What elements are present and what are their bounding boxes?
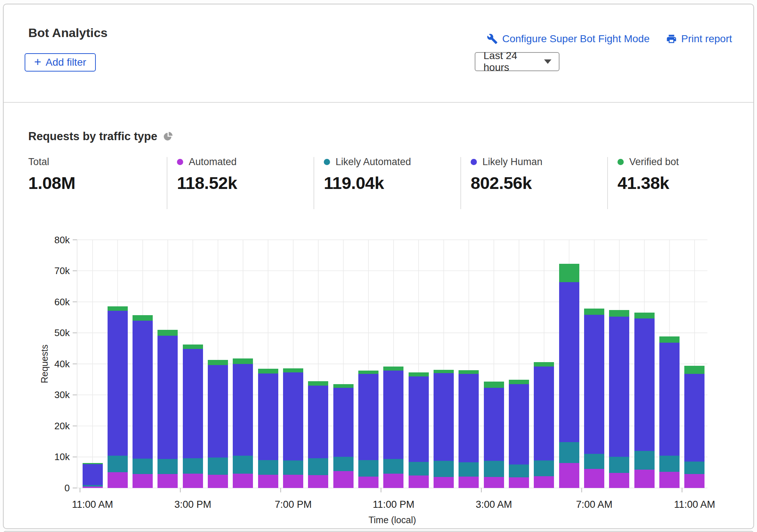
- stat-divider: [460, 157, 461, 209]
- bar-segment-likely-human: [609, 317, 629, 456]
- bar-segment-verified-bot: [584, 309, 604, 315]
- bar-segment-verified-bot: [258, 369, 278, 374]
- bar-segment-likely-human: [409, 376, 429, 462]
- bar-segment-likely-human: [358, 374, 378, 460]
- bar-segment-automated: [509, 477, 529, 488]
- bar-segment-automated: [634, 470, 655, 488]
- bar-segment-verified-bot: [108, 306, 128, 311]
- bar-segment-likely-automated: [83, 485, 103, 487]
- page-title: Bot Analytics: [28, 26, 108, 40]
- bar-segment-automated: [659, 472, 680, 488]
- bar-segment-automated: [233, 474, 253, 488]
- wrench-icon: [487, 33, 498, 44]
- bar-segment-automated: [358, 477, 378, 488]
- bar-segment-likely-automated: [233, 456, 253, 474]
- likely-automated-legend-dot: [324, 159, 330, 165]
- x-tick-label: 7:00 PM: [275, 499, 312, 510]
- bar-segment-likely-human: [133, 321, 153, 458]
- y-tick-label: 80k: [54, 234, 70, 245]
- bar-segment-automated: [308, 475, 328, 488]
- stat-likely-human-value: 802.56k: [471, 173, 603, 193]
- stat-divider: [314, 157, 314, 209]
- bar-segment-automated: [609, 473, 629, 488]
- bar-segment-likely-automated: [133, 459, 153, 474]
- time-range-value: Last 24 hours: [483, 50, 544, 73]
- bar-segment-likely-human: [509, 384, 529, 464]
- bar-segment-likely-automated: [383, 459, 403, 474]
- bar-segment-likely-human: [584, 315, 604, 454]
- bar-segment-likely-human: [183, 349, 203, 458]
- bar-segment-likely-automated: [684, 462, 705, 474]
- bar-segment-likely-automated: [208, 458, 228, 475]
- bar-segment-verified-bot: [133, 315, 153, 321]
- x-tick-label: 11:00 PM: [373, 499, 414, 510]
- bar-segment-automated: [208, 475, 228, 488]
- bar-segment-verified-bot: [659, 336, 680, 343]
- bar-segment-likely-human: [484, 388, 504, 461]
- bar-segment-likely-human: [208, 365, 228, 458]
- y-tick-label: 30k: [54, 389, 70, 400]
- bar-segment-verified-bot: [183, 345, 203, 349]
- bar-segment-automated: [434, 477, 454, 488]
- bar-segment-likely-automated: [634, 451, 655, 470]
- configure-super-bot-fight-mode-link[interactable]: Configure Super Bot Fight Mode: [487, 33, 650, 45]
- y-tick-label: 50k: [54, 327, 70, 338]
- bar-segment-automated: [157, 474, 178, 488]
- header-actions: Configure Super Bot Fight Mode Print rep…: [487, 33, 732, 45]
- add-filter-button[interactable]: + Add filter: [25, 53, 96, 72]
- bar-segment-likely-human: [559, 282, 579, 442]
- bar-segment-verified-bot: [308, 381, 328, 386]
- bar-segment-likely-human: [108, 311, 128, 456]
- y-tick-label: 70k: [54, 265, 70, 276]
- bar-segment-verified-bot: [233, 358, 253, 364]
- bar-segment-likely-human: [459, 374, 479, 462]
- bar-segment-automated: [133, 474, 153, 488]
- bar-segment-likely-human: [283, 372, 303, 460]
- bar-segment-automated: [559, 463, 579, 488]
- bar-segment-automated: [83, 487, 103, 488]
- bar-segment-verified-bot: [484, 382, 504, 388]
- stat-automated: Automated 118.52k: [177, 156, 309, 193]
- add-filter-label: Add filter: [46, 57, 86, 68]
- bar-segment-likely-automated: [459, 462, 479, 477]
- bar-segment-likely-automated: [108, 456, 128, 472]
- bar-segment-verified-bot: [459, 370, 479, 374]
- stat-likely-human-label: Likely Human: [482, 156, 543, 168]
- bar-segment-likely-automated: [534, 460, 554, 476]
- bar-segment-verified-bot: [534, 362, 554, 367]
- bar-segment-verified-bot: [358, 371, 378, 374]
- stat-total-value: 1.08M: [28, 173, 160, 193]
- section-title: Requests by traffic type: [28, 130, 157, 143]
- bar-segment-likely-automated: [609, 457, 629, 473]
- bar-segment-likely-automated: [308, 458, 328, 475]
- header-divider: [4, 102, 753, 103]
- bar-segment-automated: [258, 475, 278, 488]
- stat-automated-value: 118.52k: [177, 173, 309, 193]
- bar-segment-verified-bot: [609, 310, 629, 317]
- bar-segment-likely-human: [684, 374, 705, 462]
- bar-segment-likely-automated: [333, 457, 354, 471]
- stat-total: Total 1.08M: [28, 156, 160, 193]
- printer-icon: [666, 33, 677, 44]
- x-tick-label: 3:00 PM: [174, 499, 211, 510]
- bar-segment-automated: [333, 471, 354, 488]
- bar-segment-automated: [459, 477, 479, 488]
- bar-segment-likely-human: [333, 388, 354, 457]
- bar-segment-verified-bot: [509, 380, 529, 384]
- bar-segment-likely-human: [157, 336, 178, 459]
- bar-segment-likely-automated: [183, 458, 203, 474]
- x-tick-label: 11:00 AM: [674, 499, 715, 510]
- bar-segment-likely-human: [308, 386, 328, 458]
- bar-segment-verified-bot: [333, 384, 354, 388]
- bar-segment-automated: [283, 475, 303, 488]
- print-link-label: Print report: [681, 33, 732, 45]
- stat-verified-bot-value: 41.38k: [617, 173, 750, 193]
- x-tick-label: 7:00 AM: [576, 499, 612, 510]
- chevron-down-icon: [544, 59, 551, 64]
- stat-verified-bot-label: Verified bot: [629, 156, 679, 168]
- print-report-link[interactable]: Print report: [666, 33, 732, 45]
- section-title-row: Requests by traffic type: [28, 130, 173, 143]
- bar-segment-automated: [183, 474, 203, 488]
- stat-automated-label: Automated: [189, 156, 237, 168]
- time-range-dropdown[interactable]: Last 24 hours: [475, 52, 559, 71]
